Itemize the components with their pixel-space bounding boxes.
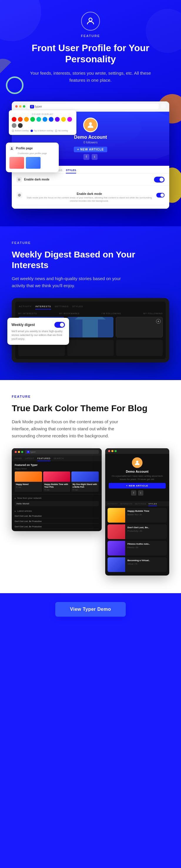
tower-image (67, 317, 113, 337)
darkmode-toggle[interactable] (154, 177, 164, 183)
dark-profile-name: Demo Account (109, 470, 166, 473)
interest-card-technology[interactable]: + TECHNOLOGY (67, 317, 113, 337)
dark-profile-section: Demo Account I'm a journalist but I have… (105, 454, 169, 501)
section-digest: FEATURE Weekly Digest Based on Your Inte… (0, 226, 181, 380)
dark-latest-items: Don't Get Lost, Be Productive Don't Get … (15, 514, 99, 529)
twitter-icon[interactable]: t (92, 154, 97, 160)
facebook-icon[interactable]: f (84, 154, 89, 160)
dark-row-meta-4: Virtual • 7h (127, 563, 164, 565)
option-topbottom: Top & Bottom overlay (31, 130, 54, 132)
dark-tab-search[interactable]: SEARCH (54, 457, 64, 461)
settings-darkmode-row: Enable dark mode Dark mode puts the focu… (17, 190, 164, 205)
user-icon (86, 17, 95, 26)
option-bottom-label: Bottom overlay (15, 130, 29, 132)
dark-twitter-icon[interactable]: t (138, 490, 143, 496)
dark-follow-button[interactable]: + NEW ARTICLE (109, 483, 166, 489)
header-my-interests: MY INTERESTS (18, 312, 37, 314)
tablet-tab-settings[interactable]: SETTINGS (55, 304, 69, 310)
dark-article-meta-2: 4h ago (44, 489, 69, 491)
dark-tab-activity[interactable]: ACTIVITY (108, 503, 118, 506)
color-red (12, 117, 17, 122)
dark-tab-settings[interactable]: SETTINGS (135, 503, 146, 506)
dark-typer-text: typer (31, 451, 36, 453)
dark-tab-latest[interactable]: LATEST (25, 457, 34, 461)
section1-label: FEATURE (12, 34, 169, 38)
profile-card-subtitle: Customize your profile page (9, 152, 55, 155)
color-gray (12, 123, 17, 128)
dark-article-img-3 (71, 471, 99, 482)
section-darktheme: FEATURE True Dark Color Theme For Blog D… (0, 380, 181, 593)
dark-article-title-2: Happy Bubble Time with Your Pets (44, 483, 69, 488)
wd-title: Weekly digest (11, 323, 35, 327)
settings-text: Enable dark mode Dark mode puts the focu… (25, 192, 153, 203)
hamburger-line-1 (161, 105, 166, 105)
radio-topbottom (31, 130, 33, 132)
dark-tab-home[interactable]: HOME (15, 457, 22, 461)
dot-maximize (23, 105, 25, 107)
dark-tab-styles[interactable]: STYLES (148, 503, 157, 506)
dark-row-body-4: Becoming a Virtual.. Virtual • 7h (125, 557, 167, 572)
settings-darkmode-title: Enable dark mode (25, 192, 153, 195)
dark-article-title-3: My One-Night Stand with a Betta Fish (72, 483, 97, 488)
dark-latest-item-3: Don't Get Lost, Be Productive (15, 525, 99, 529)
color-blue (49, 117, 54, 122)
color-dots (12, 117, 73, 128)
dark-tab-interests[interactable]: INTERESTS (120, 503, 133, 506)
dark-mockup-main: T typer HOME LATEST FEATURED SEARCH Feat… (12, 448, 102, 531)
dark-row-title-4: Becoming a Virtual.. (127, 559, 164, 562)
dark-article-card-2: Happy Bubble Time with Your Pets 4h ago (43, 471, 70, 492)
profile-card-title-text: Profile page (16, 147, 33, 150)
browser-url-bar: T typer (28, 104, 159, 109)
profile-mockup-container: COVER OVERLAY Bottom overlay (12, 101, 169, 209)
dark-row-img-2 (108, 524, 125, 539)
typer-logo-small: T typer (30, 105, 42, 108)
dark-article-list: Happy Bubble Time Bubble Tea • 2h Don't … (105, 506, 169, 576)
wd-toggle[interactable] (54, 322, 65, 328)
dark-network-title: Now from your network (15, 497, 99, 499)
interest-card-empty-4 (116, 340, 163, 356)
moon-icon-small (18, 193, 21, 197)
hamburger-line-2 (161, 106, 166, 107)
dark-dot-yellow-2 (111, 450, 113, 452)
shape-ring (6, 76, 24, 94)
settings-darkmode-desc: Dark mode puts the focus on the content … (25, 196, 153, 203)
settings-toggle[interactable] (156, 193, 164, 197)
tablet-tab-interests[interactable]: INTERESTS (35, 304, 51, 310)
section1-description: Your feeds, interests, stories you wrote… (29, 70, 152, 84)
section2-description: Get weekly news and high-quality stories… (12, 275, 135, 289)
option-none-label: No overlay (58, 130, 68, 132)
dark-article-row-4: Becoming a Virtual.. Virtual • 7h (108, 557, 167, 572)
preview-img-1 (9, 157, 24, 169)
tablet-tabs: ACTIVITY INTERESTS SETTINGS STYLES (15, 302, 166, 310)
profile-page-card: Profile page Customize your profile page (6, 143, 59, 172)
dark-tab-featured[interactable]: FEATURED (37, 457, 51, 461)
dark-article-title-1: Happy News! (16, 483, 41, 486)
follow-button[interactable]: + NEW ARTICLE (74, 147, 108, 152)
tablet-tab-activity[interactable]: ACTIVITY (19, 304, 32, 310)
dark-row-title-1: Happy Bubble Time (127, 510, 164, 513)
hamburger-line-3 (161, 107, 166, 108)
dot-minimize (19, 105, 22, 107)
dark-facebook-icon[interactable]: f (131, 490, 136, 496)
dark-row-img-4 (108, 557, 125, 572)
dark-row-meta-3: Fitness • 5h (127, 547, 164, 549)
cta-button[interactable]: View Typer Demo (55, 602, 125, 617)
dark-article-tabs: ACTIVITY INTERESTS SETTINGS STYLES (105, 501, 169, 506)
header-im-following: I'M FOLLOWING (102, 312, 121, 314)
dark-article-row-1: Happy Bubble Time Bubble Tea • 2h (108, 508, 167, 523)
dark-articles-grid: Happy News! 2h ago Happy Bubble Time wit… (12, 471, 102, 494)
interest-card-empty[interactable]: + (116, 317, 163, 337)
tablet-tab-styles[interactable]: STYLES (72, 304, 83, 310)
preview-img-2 (26, 157, 40, 169)
hamburger-menu[interactable] (161, 105, 166, 108)
dark-row-title-3: Fitness truths nolo.. (127, 542, 164, 546)
option-topbottom-label: Top & Bottom overlay (34, 130, 54, 132)
tab-styles[interactable]: STYLES (66, 167, 76, 174)
weekly-digest-popup: Weekly digest We'll email you weekly to … (7, 318, 69, 345)
dark-dot-yellow (18, 451, 20, 453)
dark-row-body-1: Happy Bubble Time Bubble Tea • 2h (125, 508, 167, 523)
profile-name: Demo Account (18, 135, 163, 140)
color-yellow (61, 117, 66, 122)
dark-avatar-icon (134, 460, 140, 466)
dark-typer-logo: T (27, 451, 30, 453)
